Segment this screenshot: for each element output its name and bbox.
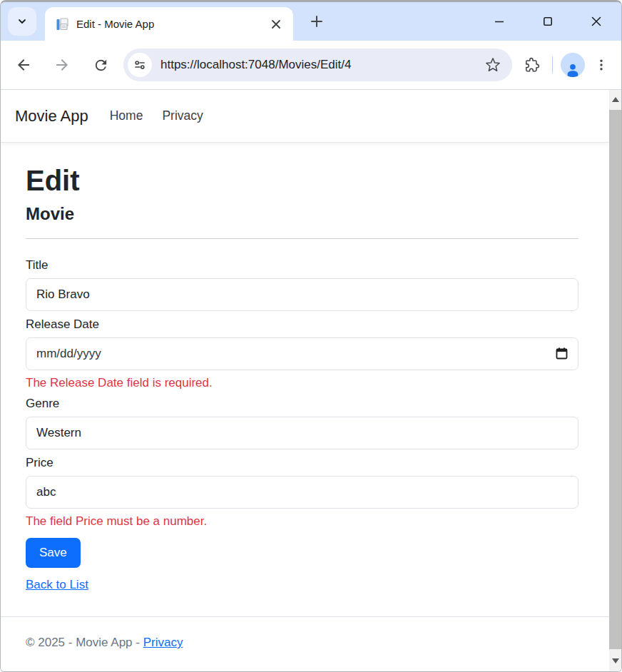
- page-viewport: Movie App Home Privacy Edit Movie Title …: [1, 90, 621, 671]
- scrollbar[interactable]: [609, 90, 621, 671]
- address-bar[interactable]: https://localhost:7048/Movies/Edit/4: [123, 49, 512, 81]
- page-subtitle: Movie: [26, 204, 578, 224]
- price-input[interactable]: [26, 476, 578, 509]
- footer-privacy-link[interactable]: Privacy: [143, 636, 183, 649]
- release-date-field-group: Release Date The Release Date f: [26, 317, 578, 390]
- scrollbar-thumb[interactable]: [609, 110, 621, 649]
- back-button[interactable]: [9, 51, 38, 79]
- page-title: Edit: [26, 164, 578, 197]
- new-tab-button[interactable]: [305, 9, 329, 34]
- tab-close-icon[interactable]: [266, 14, 286, 34]
- price-label: Price: [26, 456, 578, 470]
- site-navbar: Movie App Home Privacy: [1, 90, 609, 143]
- title-field-group: Title: [26, 258, 578, 311]
- profile-avatar[interactable]: [559, 51, 587, 79]
- release-date-label: Release Date: [26, 317, 578, 332]
- menu-kebab-icon[interactable]: [587, 51, 616, 79]
- save-button[interactable]: Save: [26, 538, 81, 568]
- title-label: Title: [26, 258, 578, 273]
- divider: [26, 238, 578, 239]
- chevron-down-icon: [16, 16, 28, 27]
- main-content: Edit Movie Title Release Date: [1, 143, 609, 616]
- extensions-puzzle-icon[interactable]: [518, 51, 546, 79]
- price-field-group: Price The field Price must be a number.: [26, 456, 578, 529]
- toolbar-divider: [552, 56, 553, 73]
- tab-title: Edit - Movie App: [76, 18, 259, 30]
- release-date-input[interactable]: [26, 337, 578, 370]
- site-footer: © 2025 - Movie App - Privacy: [1, 616, 609, 671]
- arrow-right-icon: [53, 56, 71, 73]
- bookmark-star-icon[interactable]: [481, 53, 505, 77]
- brand-link[interactable]: Movie App: [15, 107, 88, 126]
- site-settings-button[interactable]: [128, 53, 152, 77]
- forward-button[interactable]: [48, 51, 76, 79]
- nav-link-privacy[interactable]: Privacy: [162, 108, 203, 123]
- minimize-button[interactable]: [486, 8, 513, 35]
- reload-button[interactable]: [86, 51, 115, 79]
- release-date-error: The Release Date field is required.: [26, 376, 578, 390]
- tune-icon: [133, 58, 147, 72]
- reload-icon: [93, 57, 109, 73]
- page-content: Movie App Home Privacy Edit Movie Title …: [1, 90, 609, 671]
- tab-search-button[interactable]: [8, 7, 36, 36]
- genre-input[interactable]: [26, 417, 578, 449]
- plus-icon: [310, 15, 323, 28]
- browser-tab[interactable]: Edit - Movie App: [45, 7, 293, 41]
- price-error: The field Price must be a number.: [26, 514, 578, 529]
- genre-label: Genre: [26, 397, 578, 411]
- favicon-icon: [55, 17, 69, 31]
- browser-titlebar: Edit - Movie App: [1, 2, 621, 41]
- genre-field-group: Genre: [26, 397, 578, 449]
- maximize-button[interactable]: [534, 8, 561, 35]
- profile-person-icon: [561, 53, 585, 77]
- copyright-text: © 2025 - Movie App -: [26, 636, 140, 649]
- title-input[interactable]: [26, 278, 578, 311]
- close-window-button[interactable]: [583, 8, 610, 35]
- url-text[interactable]: https://localhost:7048/Movies/Edit/4: [160, 58, 472, 72]
- browser-toolbar: https://localhost:7048/Movies/Edit/4: [1, 41, 621, 90]
- arrow-left-icon: [15, 56, 32, 73]
- nav-links: Home Privacy: [110, 108, 203, 123]
- browser-window: Edit - Movie App: [0, 0, 622, 672]
- scrollbar-up-arrow[interactable]: [609, 90, 621, 108]
- window-controls: [486, 8, 621, 35]
- scrollbar-down-arrow[interactable]: [609, 651, 621, 670]
- back-to-list-link[interactable]: Back to List: [26, 578, 88, 592]
- nav-link-home[interactable]: Home: [110, 108, 143, 123]
